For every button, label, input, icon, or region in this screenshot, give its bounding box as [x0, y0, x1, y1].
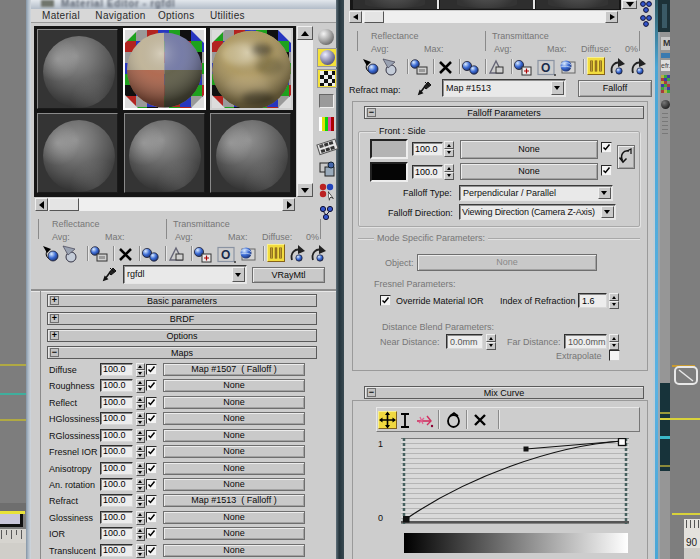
svg-text:O: O	[221, 248, 230, 262]
svg-text:O: O	[541, 61, 550, 75]
